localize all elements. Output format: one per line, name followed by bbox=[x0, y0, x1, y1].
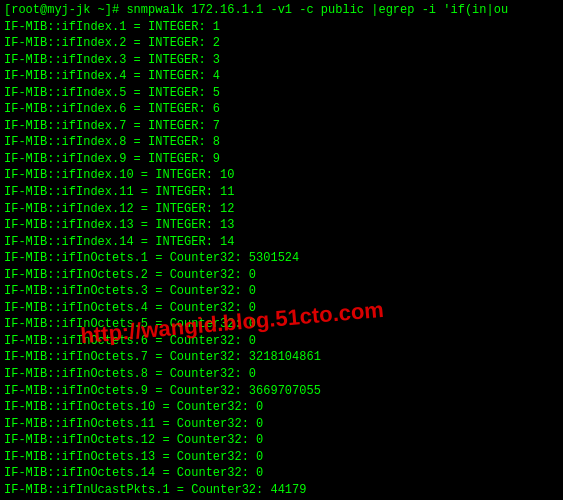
terminal-line: IF-MIB::ifIndex.3 = INTEGER: 3 bbox=[4, 52, 559, 69]
terminal-line: IF-MIB::ifInOctets.13 = Counter32: 0 bbox=[4, 449, 559, 466]
terminal-line: IF-MIB::ifInOctets.2 = Counter32: 0 bbox=[4, 267, 559, 284]
terminal-line: IF-MIB::ifInOctets.5 = Counter32: 0 bbox=[4, 316, 559, 333]
terminal: [root@myj-jk ~]# snmpwalk 172.16.1.1 -v1… bbox=[0, 0, 563, 500]
terminal-line: IF-MIB::ifIndex.2 = INTEGER: 2 bbox=[4, 35, 559, 52]
terminal-line: IF-MIB::ifIndex.13 = INTEGER: 13 bbox=[4, 217, 559, 234]
terminal-line: IF-MIB::ifInOctets.1 = Counter32: 530152… bbox=[4, 250, 559, 267]
terminal-line: IF-MIB::ifInOctets.12 = Counter32: 0 bbox=[4, 432, 559, 449]
terminal-line: IF-MIB::ifInOctets.11 = Counter32: 0 bbox=[4, 416, 559, 433]
terminal-line: IF-MIB::ifInOctets.4 = Counter32: 0 bbox=[4, 300, 559, 317]
terminal-line: IF-MIB::ifInOctets.6 = Counter32: 0 bbox=[4, 333, 559, 350]
terminal-line: IF-MIB::ifIndex.9 = INTEGER: 9 bbox=[4, 151, 559, 168]
prompt-line: [root@myj-jk ~]# snmpwalk 172.16.1.1 -v1… bbox=[4, 2, 559, 19]
terminal-line: IF-MIB::ifIndex.10 = INTEGER: 10 bbox=[4, 167, 559, 184]
terminal-line: IF-MIB::ifInOctets.8 = Counter32: 0 bbox=[4, 366, 559, 383]
terminal-line: IF-MIB::ifIndex.14 = INTEGER: 14 bbox=[4, 234, 559, 251]
terminal-line: IF-MIB::ifIndex.6 = INTEGER: 6 bbox=[4, 101, 559, 118]
terminal-line: IF-MIB::ifInOctets.10 = Counter32: 0 bbox=[4, 399, 559, 416]
terminal-line: IF-MIB::ifIndex.7 = INTEGER: 7 bbox=[4, 118, 559, 135]
terminal-line: IF-MIB::ifIndex.4 = INTEGER: 4 bbox=[4, 68, 559, 85]
terminal-line: IF-MIB::ifIndex.1 = INTEGER: 1 bbox=[4, 19, 559, 36]
terminal-line: IF-MIB::ifInOctets.3 = Counter32: 0 bbox=[4, 283, 559, 300]
terminal-line: IF-MIB::ifInOctets.7 = Counter32: 321810… bbox=[4, 349, 559, 366]
terminal-line: IF-MIB::ifInOctets.9 = Counter32: 366970… bbox=[4, 383, 559, 400]
terminal-line: IF-MIB::ifInUcastPkts.1 = Counter32: 441… bbox=[4, 482, 559, 499]
terminal-line: IF-MIB::ifIndex.12 = INTEGER: 12 bbox=[4, 201, 559, 218]
terminal-line: IF-MIB::ifIndex.11 = INTEGER: 11 bbox=[4, 184, 559, 201]
terminal-line: IF-MIB::ifInOctets.14 = Counter32: 0 bbox=[4, 465, 559, 482]
terminal-line: IF-MIB::ifIndex.5 = INTEGER: 5 bbox=[4, 85, 559, 102]
terminal-line: IF-MIB::ifIndex.8 = INTEGER: 8 bbox=[4, 134, 559, 151]
